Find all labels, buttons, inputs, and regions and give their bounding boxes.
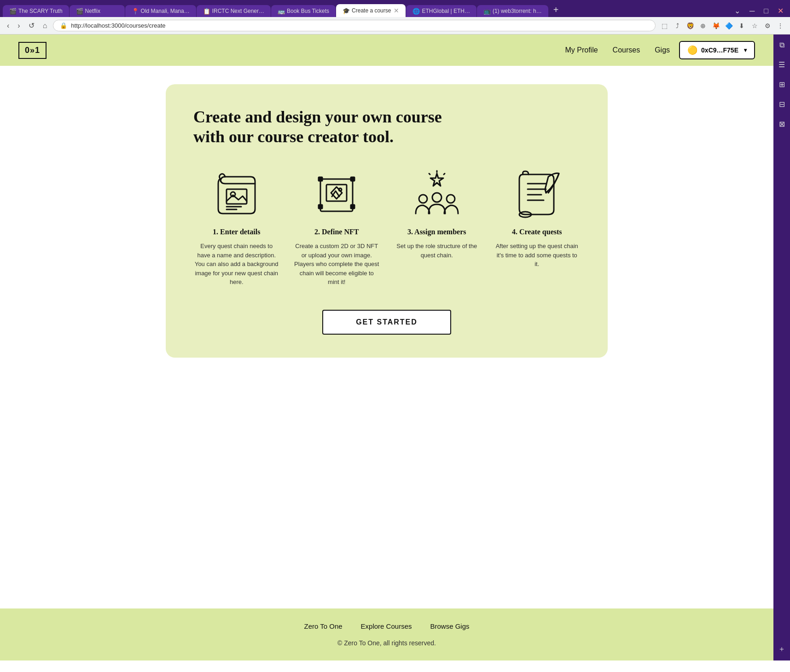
tab-irctc[interactable]: 📋 IRCTC Next Gener…	[197, 5, 271, 17]
wallet-extension-icon[interactable]: 🦊	[711, 21, 721, 31]
svg-point-16	[432, 193, 441, 202]
sidebar-icon-4[interactable]: ⊟	[777, 98, 787, 110]
wallet-button[interactable]: 🟡 0xC9…F75E ▾	[679, 41, 755, 59]
svg-rect-9	[319, 205, 322, 209]
sidebar-icon-3[interactable]: ⊞	[777, 78, 787, 91]
new-tab-button[interactable]: +	[549, 3, 563, 17]
svg-point-18	[447, 195, 455, 203]
tab-favicon-eth: 🌐	[412, 8, 419, 14]
bookmark-icon[interactable]: ☆	[749, 21, 760, 31]
main-content: Create and design your own course with o…	[0, 66, 773, 608]
step-3-desc: Set up the role structure of the quest c…	[394, 242, 480, 260]
browser-chrome: 🎬 The SCARY Truth 🎬 Netflix 📍 Old Manali…	[0, 0, 790, 35]
tab-favicon-web3: 📺	[483, 8, 490, 14]
step-4: 4. Create quests After setting up the qu…	[494, 170, 581, 287]
tab-bus[interactable]: 🚌 Book Bus Tickets	[271, 5, 336, 17]
brave-icon[interactable]: 🦁	[685, 21, 695, 31]
tab-favicon-irctc: 📋	[203, 8, 209, 14]
get-started-button[interactable]: GET STARTED	[322, 310, 451, 335]
forward-button[interactable]: ›	[15, 21, 22, 31]
svg-rect-8	[351, 177, 354, 181]
step-2: 2. Define NFT Create a custom 2D or 3D N…	[294, 170, 380, 287]
app-nav: 0»1 My Profile Courses Gigs 🟡 0xC9…F75E …	[0, 35, 773, 66]
chevron-down-icon: ▾	[744, 47, 747, 53]
step-2-icon	[309, 170, 364, 220]
download-icon[interactable]: ⬇	[737, 21, 747, 31]
app-wrapper: 0»1 My Profile Courses Gigs 🟡 0xC9…F75E …	[0, 35, 773, 660]
svg-marker-12	[430, 174, 443, 186]
nav-links: My Profile Courses Gigs	[565, 46, 670, 54]
tab-web3[interactable]: 📺 (1) web3torrent: h…	[477, 5, 548, 17]
tab-favicon-netflix: 🎬	[76, 8, 82, 14]
wallet-emoji: 🟡	[687, 45, 697, 55]
tab-netflix[interactable]: 🎬 Netflix	[70, 5, 125, 17]
tab-favicon-create: 🎓	[343, 7, 349, 14]
sidebar-icon-plus[interactable]: ＋	[776, 643, 787, 656]
steps-grid: 1. Enter details Every quest chain needs…	[193, 170, 580, 287]
back-button[interactable]: ‹	[5, 21, 12, 31]
svg-line-14	[444, 174, 445, 174]
maximize-button[interactable]: □	[760, 6, 772, 16]
step-1-icon	[209, 170, 264, 220]
screen-cast-icon[interactable]: ⬚	[659, 21, 669, 31]
step-4-title: 4. Create quests	[512, 228, 562, 236]
browser-toolbar: ‹ › ↺ ⌂ 🔒 http://localhost:3000/courses/…	[0, 17, 790, 35]
tab-favicon-manali: 📍	[132, 8, 138, 14]
wallet-address: 0xC9…F75E	[701, 46, 738, 54]
share-icon[interactable]: ⤴	[672, 21, 682, 31]
lock-icon: 🔒	[60, 22, 67, 29]
url-text[interactable]: http://localhost:3000/courses/create	[71, 22, 649, 29]
svg-point-17	[419, 195, 427, 203]
tab-close-icon[interactable]: ✕	[394, 7, 399, 14]
right-sidebar: ⧉ ☰ ⊞ ⊟ ⊠ ＋	[773, 35, 790, 660]
step-4-icon	[509, 170, 564, 220]
browser-body: 0»1 My Profile Courses Gigs 🟡 0xC9…F75E …	[0, 35, 790, 660]
svg-rect-7	[319, 177, 322, 181]
home-button[interactable]: ⌂	[41, 21, 50, 31]
tab-manali[interactable]: 📍 Old Manali, Mana…	[125, 5, 196, 17]
sidebar-icon-1[interactable]: ⧉	[778, 39, 786, 51]
step-3-icon	[409, 170, 465, 220]
nav-gigs[interactable]: Gigs	[655, 46, 670, 54]
step-1-title: 1. Enter details	[213, 228, 260, 236]
step-1: 1. Enter details Every quest chain needs…	[193, 170, 280, 287]
svg-point-11	[339, 188, 342, 191]
app-footer: Zero To One Explore Courses Browse Gigs …	[0, 608, 773, 660]
tab-list-button[interactable]: ⌄	[731, 6, 744, 16]
extension1-icon[interactable]: 🔷	[724, 21, 734, 31]
extension2-icon[interactable]: ⚙	[762, 21, 773, 31]
step-3: 3. Assign members Set up the role struct…	[394, 170, 480, 287]
tab-scary[interactable]: 🎬 The SCARY Truth	[3, 5, 69, 17]
logo[interactable]: 0»1	[18, 42, 46, 59]
step-3-title: 3. Assign members	[407, 228, 466, 236]
sidebar-icon-2[interactable]: ☰	[777, 58, 787, 71]
tab-create[interactable]: 🎓 Create a course ✕	[336, 4, 406, 17]
address-bar[interactable]: 🔒 http://localhost:3000/courses/create	[53, 20, 656, 31]
tab-eth[interactable]: 🌐 ETHGlobal | ETH…	[406, 5, 476, 17]
vpn-icon[interactable]: ⊕	[698, 21, 708, 31]
minimize-button[interactable]: ─	[746, 6, 758, 16]
footer-link-zero-to-one[interactable]: Zero To One	[304, 622, 342, 630]
svg-rect-10	[351, 205, 354, 209]
menu-icon[interactable]: ⋮	[775, 21, 785, 31]
card-title: Create and design your own course with o…	[193, 107, 580, 147]
toolbar-actions: ⬚ ⤴ 🦁 ⊕ 🦊 🔷 ⬇ ☆ ⚙ ⋮	[659, 21, 785, 31]
close-browser-button[interactable]: ✕	[774, 6, 787, 16]
svg-line-15	[429, 174, 430, 174]
step-4-desc: After setting up the quest chain it's ti…	[494, 242, 581, 269]
footer-copyright: © Zero To One, all rights reserved.	[18, 639, 755, 647]
nav-courses[interactable]: Courses	[613, 46, 640, 54]
step-1-desc: Every quest chain needs to have a name a…	[193, 242, 280, 287]
tab-favicon-scary: 🎬	[9, 8, 16, 14]
footer-link-browse-gigs[interactable]: Browse Gigs	[430, 622, 469, 630]
tab-favicon-bus: 🚌	[278, 8, 284, 14]
sidebar-icon-5[interactable]: ⊠	[777, 118, 787, 130]
create-course-card: Create and design your own course with o…	[166, 84, 608, 358]
step-2-title: 2. Define NFT	[314, 228, 359, 236]
nav-my-profile[interactable]: My Profile	[565, 46, 598, 54]
footer-links: Zero To One Explore Courses Browse Gigs	[18, 622, 755, 630]
footer-link-explore-courses[interactable]: Explore Courses	[361, 622, 412, 630]
step-2-desc: Create a custom 2D or 3D NFT or upload y…	[294, 242, 380, 287]
reload-button[interactable]: ↺	[26, 20, 37, 31]
